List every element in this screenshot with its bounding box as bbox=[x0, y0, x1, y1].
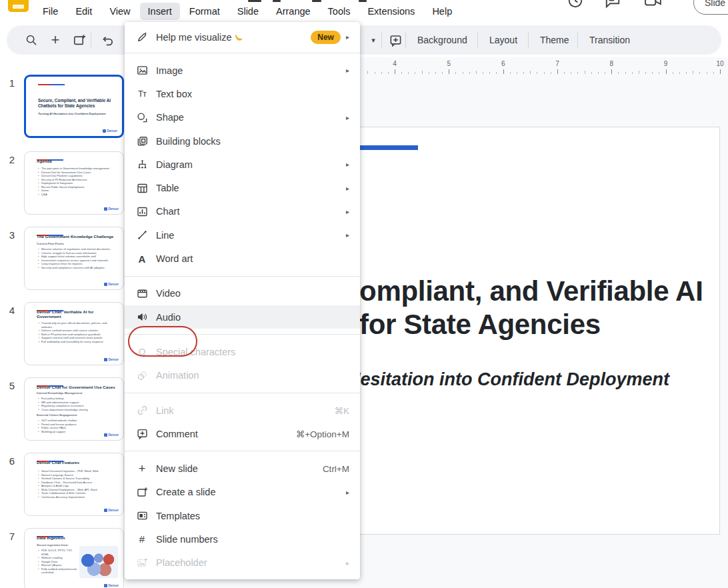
transition-button[interactable]: Transition bbox=[587, 25, 633, 55]
table-icon bbox=[135, 181, 149, 195]
menu-item-building-blocks[interactable]: Building blocks bbox=[125, 129, 360, 153]
slide-thumbnail-2[interactable]: Agenda The pain point in Government know… bbox=[24, 151, 124, 215]
menu-divider bbox=[125, 451, 360, 451]
menu-item-table[interactable]: Table ▸ bbox=[125, 176, 360, 199]
toolbar-divider bbox=[91, 32, 91, 48]
toolbar-divider bbox=[528, 32, 529, 48]
menu-item-label: Comment bbox=[156, 429, 291, 439]
ruler-tick bbox=[449, 69, 449, 74]
menu-file[interactable]: File bbox=[35, 3, 66, 20]
menu-item-video[interactable]: Video bbox=[125, 282, 360, 305]
accent-line bbox=[38, 84, 65, 85]
ruler-tick bbox=[422, 71, 423, 74]
ruler-tick bbox=[483, 72, 483, 75]
denser-logo-icon bbox=[104, 207, 107, 211]
ruler-tick bbox=[679, 72, 680, 75]
comment-history-icon[interactable] bbox=[603, 0, 622, 12]
text-box-icon: Tᴛ bbox=[135, 87, 149, 101]
ruler-tick bbox=[517, 72, 517, 75]
theme-button[interactable]: Theme bbox=[537, 25, 572, 55]
denser-logo-icon bbox=[104, 358, 107, 361]
thumb-bullet: Continuous Accuracy Improvement bbox=[38, 495, 117, 499]
slide-thumbnail-1[interactable]: Secure, Compliant, and Verifiable AI Cha… bbox=[24, 75, 124, 138]
menu-item-label: Audio bbox=[156, 312, 349, 323]
thumb-bullet: Q&A bbox=[38, 193, 117, 197]
menu-item-diagram[interactable]: Diagram ▸ bbox=[125, 153, 360, 176]
menu-arrange[interactable]: Arrange bbox=[268, 3, 319, 20]
menu-item-slide-numbers[interactable]: # Slide numbers bbox=[125, 527, 360, 551]
dropdown-caret-icon[interactable]: ▾ bbox=[367, 25, 380, 55]
ruler-tick bbox=[401, 72, 402, 75]
ruler-tick bbox=[591, 72, 592, 75]
ruler-number: 6 bbox=[501, 60, 505, 67]
menu-item-shape[interactable]: Shape ▸ bbox=[125, 106, 360, 129]
zoom-icon[interactable] bbox=[21, 25, 41, 55]
menu-item-line[interactable]: Line ▸ bbox=[125, 223, 360, 247]
menu-extensions[interactable]: Extensions bbox=[359, 3, 423, 20]
menu-item-label: Diagram bbox=[156, 159, 341, 170]
menu-item-label: Shape bbox=[156, 112, 341, 123]
menu-item-word-art[interactable]: A Word art bbox=[125, 247, 360, 270]
version-history-icon[interactable] bbox=[567, 0, 584, 12]
menu-item-create-a-slide[interactable]: Create a slide ▸ bbox=[125, 481, 360, 504]
ruler-tick bbox=[585, 71, 585, 74]
menu-item-label: Image bbox=[156, 65, 341, 76]
menu-item-label: Animation bbox=[156, 370, 349, 381]
slide-thumbnail-4[interactable]: Denser Chat: Verifiable AI for Governmen… bbox=[24, 302, 124, 365]
denser-badge: Denser bbox=[104, 584, 119, 587]
ruler-tick bbox=[537, 72, 537, 75]
thumb-bullet-list: The pain point in Government knowledge m… bbox=[38, 167, 117, 196]
present-camera-icon[interactable] bbox=[643, 0, 663, 12]
thumb-bullet-list: Trained only on your official documents,… bbox=[38, 321, 117, 343]
menu-item-label: Chart bbox=[156, 206, 341, 217]
menu-item-templates[interactable]: Templates bbox=[125, 504, 360, 527]
ruler-tick bbox=[375, 72, 375, 75]
slide-number: 2 bbox=[5, 154, 19, 165]
slide-thumbnail-6[interactable]: Denser Chat Features Smart Document Inge… bbox=[24, 453, 124, 516]
banana-icon bbox=[235, 33, 244, 42]
slide-thumbnail-5[interactable]: Denser Chat for Government Use Cases Int… bbox=[24, 377, 124, 441]
plus-icon[interactable]: + bbox=[45, 25, 65, 55]
slides-app-logo[interactable] bbox=[8, 0, 29, 12]
ruler-tick bbox=[469, 72, 470, 75]
menu-item-comment[interactable]: Comment ⌘+Option+M bbox=[125, 422, 360, 445]
menu-help[interactable]: Help bbox=[424, 3, 460, 20]
layout-button[interactable]: Layout bbox=[487, 25, 520, 55]
menu-item-audio[interactable]: Audio bbox=[125, 305, 360, 329]
menu-item-help-me-visualize[interactable]: Help me visualize New ▸ bbox=[125, 27, 360, 47]
ruler-tick bbox=[659, 72, 659, 75]
doc-title-remnant bbox=[312, 0, 321, 2]
placeholder-icon bbox=[135, 556, 149, 569]
ruler-tick bbox=[611, 69, 612, 74]
slide-number: 7 bbox=[5, 531, 19, 542]
menu-view[interactable]: View bbox=[101, 3, 138, 20]
menu-insert[interactable]: Insert bbox=[140, 3, 180, 20]
undo-icon[interactable] bbox=[97, 25, 117, 55]
menu-item-new-slide[interactable]: + New slide Ctrl+M bbox=[125, 457, 360, 480]
menu-item-image[interactable]: Image ▸ bbox=[125, 59, 360, 82]
submenu-arrow-icon: ▸ bbox=[346, 161, 349, 168]
add-comment-icon[interactable] bbox=[385, 25, 405, 55]
ruler-tick bbox=[381, 72, 382, 75]
plus-icon: + bbox=[135, 462, 149, 475]
audio-icon bbox=[135, 311, 149, 324]
menu-item-chart[interactable]: Chart ▸ bbox=[125, 200, 360, 223]
slide-thumbnail-7[interactable]: Data Ingestion Secure ingestion from: PD… bbox=[24, 528, 124, 588]
ruler-number: 10 bbox=[716, 60, 723, 67]
menu-item-text-box[interactable]: Tᴛ Text box bbox=[125, 82, 360, 105]
ruler-tick bbox=[720, 69, 721, 74]
new-slide-icon[interactable] bbox=[69, 25, 89, 55]
menu-tools[interactable]: Tools bbox=[320, 3, 359, 20]
menu-slide[interactable]: Slide bbox=[229, 3, 267, 20]
slideshow-button[interactable]: Slide bbox=[693, 0, 728, 15]
menu-divider bbox=[125, 276, 360, 277]
ruler-tick bbox=[476, 71, 477, 74]
menu-format[interactable]: Format bbox=[181, 3, 228, 20]
ruler-tick bbox=[699, 72, 700, 75]
menu-edit[interactable]: Edit bbox=[67, 3, 100, 20]
ruler-tick bbox=[564, 72, 565, 75]
thumb-bullet-list: Smart Document Ingestion – PDF, Word, We… bbox=[38, 469, 117, 499]
background-button[interactable]: Background bbox=[415, 25, 470, 55]
slide-thumbnail-3[interactable]: The Government Knowledge Challenge Curre… bbox=[24, 227, 124, 290]
thumb-title: Secure, Compliant, and Verifiable AI Cha… bbox=[38, 98, 117, 108]
